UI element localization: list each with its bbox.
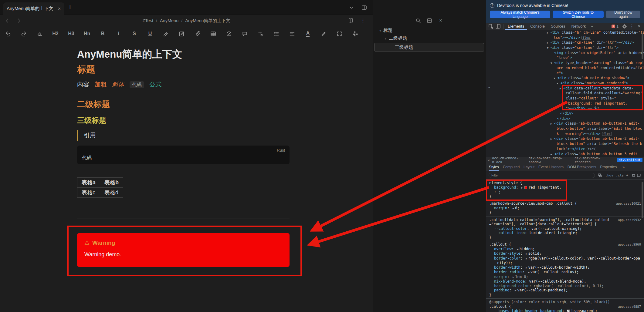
chevron-down-icon[interactable]	[348, 4, 355, 11]
css-declaration[interactable]: padding: ▶var(--callout-padding);	[489, 288, 641, 293]
attachment-icon[interactable]	[192, 29, 202, 39]
dom-tree-line[interactable]: ace cm-embed-block" contenteditable="fal…	[486, 65, 644, 71]
css-declaration[interactable]: border-color: ▶rgba(var(--callout-color)…	[489, 256, 641, 265]
css-declaration[interactable]: margin: ▶0;	[489, 206, 641, 211]
css-declaration[interactable]: --bases-table-header-background: transpa…	[489, 309, 641, 312]
devtools-tab-console[interactable]: Console	[527, 23, 548, 30]
css-rule[interactable]: element.style {background: ▶red !importa…	[486, 179, 644, 200]
bold-icon[interactable]: B	[98, 29, 108, 39]
check-circle-icon[interactable]	[224, 29, 234, 39]
infobar-button[interactable]: Switch DevTools to Chinese	[553, 11, 604, 18]
styles-tab-properties[interactable]: Properties	[600, 163, 617, 171]
code-block[interactable]: Rust 代码	[77, 146, 290, 164]
css-source-link[interactable]: app.css:9960	[618, 242, 641, 247]
gear-icon[interactable]	[621, 23, 628, 30]
warning-callout[interactable]: ⚠ Warning Warning demo.	[77, 233, 290, 267]
collapse-icon[interactable]	[350, 29, 360, 39]
styles-tab-layout[interactable]: Layout	[524, 163, 534, 171]
close-icon[interactable]: ×	[437, 17, 444, 24]
editor-tab[interactable]: AnyMenu简单的上下文 ×	[3, 2, 64, 15]
more-tabs-icon[interactable]: »	[589, 24, 595, 29]
dom-tree-line[interactable]: block-button" aria-label="Refresh the b	[486, 141, 644, 146]
search-icon[interactable]	[415, 17, 422, 24]
toggle-hover-state[interactable]: :hov	[605, 173, 613, 177]
styles-tab-styles[interactable]: Styles	[489, 163, 499, 171]
dom-tree-line[interactable]: block-button" aria-label="Edit the bloc	[486, 126, 644, 131]
color-swatch[interactable]	[567, 310, 570, 312]
more-vertical-icon[interactable]: ⋮	[359, 17, 367, 24]
css-declaration[interactable]: : ;	[489, 190, 641, 194]
css-declaration[interactable]: border-style: ▶solid;	[489, 251, 641, 256]
styles-filter-input[interactable]	[489, 173, 595, 178]
css-rule[interactable]: app.css:9932.callout[data-callout="warni…	[486, 216, 644, 241]
chevron-down-icon[interactable]: ∨	[385, 37, 387, 40]
dom-tree-line[interactable]: ▶<div class="cm-line" dir="ltr">⋯</div>	[486, 40, 644, 45]
more-actions-icon[interactable]: ⋯	[488, 86, 490, 90]
outline-item[interactable]: ∨二级标题	[373, 34, 486, 42]
styles-tab-computed[interactable]: Computed	[503, 163, 520, 171]
devtools-tab-network[interactable]: Network	[568, 23, 589, 30]
dom-tree-line[interactable]: ▼<div class="cm-line" dir="ltr">	[486, 45, 644, 50]
infobar-button[interactable]: Don't show again	[606, 11, 640, 18]
css-declaration[interactable]: overflow: ▶hidden;	[489, 247, 641, 252]
copy-icon[interactable]	[631, 173, 636, 178]
layout-sidebar-icon[interactable]	[361, 4, 368, 11]
css-declaration[interactable]: border-width: ▶var(--callout-border-widt…	[489, 265, 641, 270]
element-breadcrumb-item[interactable]: div.callout	[617, 158, 642, 162]
css-declaration[interactable]: background-color: rgba(var(--callout-col…	[489, 284, 641, 288]
h2-icon[interactable]: H2	[50, 29, 60, 39]
strikethrough-icon[interactable]: S	[129, 29, 139, 39]
dom-tree-line[interactable]: ▶<div data-callout-metadata data-	[486, 86, 644, 91]
css-declaration[interactable]: --callout-color: var(--callout-warning);	[489, 226, 641, 231]
css-declaration[interactable]: background: ▶red !important;	[489, 185, 641, 190]
devtools-tab-sources[interactable]: Sources	[548, 23, 568, 30]
close-icon[interactable]: ×	[636, 23, 643, 30]
dom-tree-line[interactable]: callout-fold data-callout="warning"	[486, 91, 644, 96]
list-icon[interactable]	[271, 29, 281, 39]
eraser-icon[interactable]	[35, 29, 45, 39]
clear-format-icon[interactable]	[256, 29, 266, 39]
new-tab-button[interactable]: +	[68, 3, 72, 11]
styles-tab-event-listeners[interactable]: Event Listeners	[538, 163, 564, 171]
css-declaration[interactable]: --callout-icon: lucide-alert-triangle;	[489, 231, 641, 235]
elements-scrollbar[interactable]	[642, 33, 643, 59]
more-vertical-icon[interactable]: ⋮	[628, 23, 636, 30]
dom-tree-line[interactable]: lse">⋯</div>flex	[486, 35, 644, 40]
fullscreen-icon[interactable]	[334, 29, 344, 39]
dom-tree-line[interactable]: lock">⋯</div>flex	[486, 146, 644, 152]
issues-badge[interactable]: ! 1	[610, 24, 620, 29]
undo-icon[interactable]	[3, 29, 13, 39]
align-icon[interactable]	[287, 29, 297, 39]
italic-icon[interactable]: I	[114, 29, 124, 39]
css-rule[interactable]: app.css:9960.callout {overflow: ▶hidden;…	[486, 241, 644, 299]
underline-icon[interactable]: U	[145, 29, 155, 39]
dom-tree-line[interactable]: ▼<div type_header="warning" class="ab-re…	[486, 60, 644, 65]
styles-tab-dom-breakpoints[interactable]: DOM Breakpoints	[568, 163, 596, 171]
dom-tree-line[interactable]: <img class="cm-widgetBuffer" aria-hidden…	[486, 50, 644, 55]
devtools-tab-elements[interactable]: Elements	[505, 23, 527, 30]
dom-tree-line[interactable]: ▼<div class="markdown-rendered">	[486, 81, 644, 86]
dom-tree-line[interactable]: e">	[486, 71, 644, 76]
css-rule[interactable]: app.css:10021.markdown-source-view.mod-c…	[486, 200, 644, 216]
dom-tree-line[interactable]: "true">	[486, 55, 644, 60]
h3-icon[interactable]: H3	[66, 29, 76, 39]
outline-item[interactable]: 三级标题	[374, 43, 484, 52]
styles-scrollbar[interactable]	[642, 182, 643, 218]
collapse-all-icon[interactable]	[426, 17, 433, 24]
css-declaration[interactable]: mix-blend-mode: var(--callout-blend-mode…	[489, 279, 641, 284]
table-icon[interactable]	[208, 29, 218, 39]
css-declaration[interactable]: border-radius: ▶var(--callout-radius);	[489, 270, 641, 275]
breadcrumb-scroll-left-icon[interactable]: ◀	[488, 159, 489, 162]
tab-close-icon[interactable]: ×	[58, 6, 61, 12]
outline-item[interactable]: ∨标题	[373, 26, 486, 34]
dom-tree-line[interactable]: </div>	[486, 116, 644, 121]
css-rule[interactable]: @supports (color: color-mix(in srgb, whi…	[486, 299, 644, 312]
cascade-icon[interactable]	[597, 173, 603, 178]
chevron-down-icon[interactable]: ∨	[379, 29, 381, 32]
more-style-tabs-icon[interactable]: »	[621, 165, 626, 169]
infobar-button[interactable]: Always match Chrome's language	[490, 11, 550, 18]
css-source-link[interactable]: app.css:9932	[618, 218, 641, 222]
dom-tree-line[interactable]: ▶<div class="hr cm-line" contenteditable…	[486, 30, 644, 35]
dom-tree-line[interactable]: </div>	[486, 111, 644, 116]
dom-tree-line[interactable]: ▶<div class="ab-button ab-button-1 edit-	[486, 121, 644, 126]
